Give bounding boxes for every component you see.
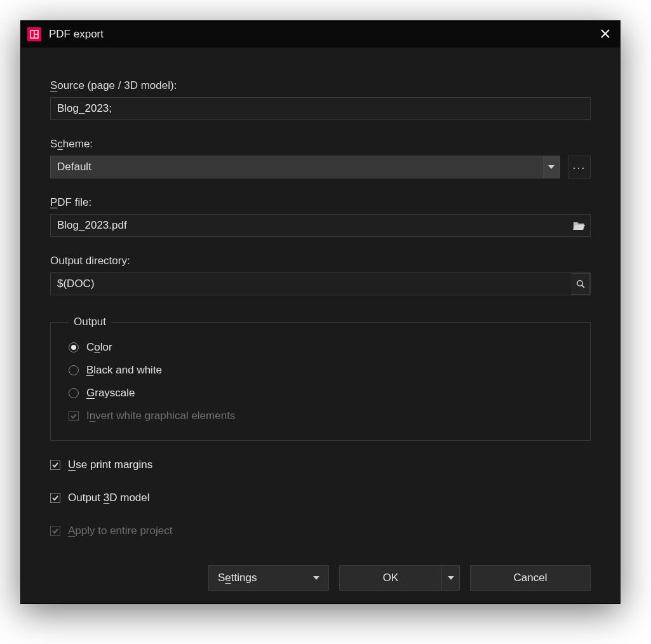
check-output-3d-label: Output 3D model [68,492,150,504]
ok-button[interactable]: OK [339,565,460,591]
svg-point-5 [577,281,582,286]
check-apply-project-label: Apply to entire project [68,525,172,537]
chevron-down-icon [448,576,454,580]
checkbox-icon [50,526,60,536]
check-invert: Invert white graphical elements [69,410,572,422]
radio-icon [69,388,79,398]
scheme-value: Default [57,161,91,173]
settings-button[interactable]: Settings [208,565,329,591]
scheme-label: Scheme: [50,138,591,151]
output-dir-input[interactable]: $(DOC) [50,272,591,295]
output-dir-label: Output directory: [50,255,591,267]
pdf-file-input[interactable]: Blog_2023.pdf [50,214,591,237]
pdf-file-value: Blog_2023.pdf [57,219,127,232]
chevron-down-icon [543,156,560,178]
source-field: Source (page / 3D model): Blog_2023; [50,79,591,120]
checkbox-icon [69,411,79,421]
pdf-file-label: PDF file: [50,196,591,209]
ok-dropdown[interactable] [441,566,459,590]
settings-label: Settings [218,572,257,584]
titlebar: PDF export [21,21,620,48]
output-group: Output Color Black and white Grayscale I… [50,316,591,441]
check-apply-project: Apply to entire project [50,525,591,537]
ok-label: OK [340,566,441,590]
output-dir-field: Output directory: $(DOC) [50,255,591,295]
radio-icon [69,365,79,375]
source-value: Blog_2023; [57,102,112,115]
app-icon [27,27,41,41]
scheme-select[interactable]: Default [50,156,560,178]
output-dir-value: $(DOC) [57,278,95,290]
check-print-margins-label: Use print margins [68,459,152,471]
pdf-export-dialog: PDF export Source (page / 3D model): Blo… [20,20,621,604]
check-print-margins[interactable]: Use print margins [50,459,591,471]
radio-grayscale[interactable]: Grayscale [69,387,572,399]
folder-open-icon[interactable] [568,220,590,231]
cancel-button[interactable]: Cancel [470,565,591,591]
scheme-browse-button[interactable]: ... [568,156,591,178]
check-invert-label: Invert white graphical elements [86,410,235,422]
chevron-down-icon [313,576,319,580]
close-button[interactable] [597,27,614,43]
radio-color[interactable]: Color [69,341,572,354]
check-output-3d[interactable]: Output 3D model [50,492,591,504]
scheme-field: Scheme: Default ... [50,138,591,178]
source-label: Source (page / 3D model): [50,79,591,92]
radio-icon [69,342,79,352]
radio-grayscale-label: Grayscale [86,387,135,399]
svg-line-6 [582,285,584,288]
close-icon [601,29,610,38]
pdf-file-field: PDF file: Blog_2023.pdf [50,196,591,237]
search-icon[interactable] [571,273,590,295]
radio-bw-label: Black and white [86,364,162,377]
source-input[interactable]: Blog_2023; [50,97,591,120]
checkbox-icon [50,460,60,470]
cancel-label: Cancel [514,572,547,584]
dialog-title: PDF export [49,28,104,41]
dialog-buttons: Settings OK Cancel [50,549,591,591]
radio-color-label: Color [86,341,112,354]
checkbox-icon [50,493,60,503]
radio-bw[interactable]: Black and white [69,364,572,377]
output-legend: Output [69,316,111,328]
